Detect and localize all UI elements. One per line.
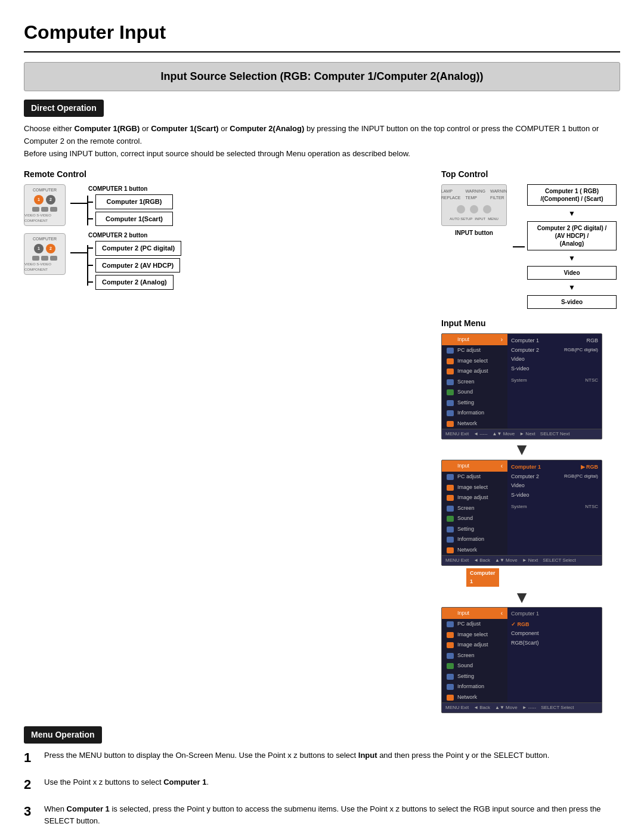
step-num-2: 2 bbox=[24, 776, 36, 794]
step-text-1: Press the MENU button to display the On-… bbox=[44, 750, 549, 762]
rc-box-comp2pc: Computer 2 (PC digital) bbox=[95, 241, 181, 256]
step-1: 1 Press the MENU button to display the O… bbox=[24, 750, 620, 767]
tc-box1: Computer 1 ( RGB) /(Component) / (Scart) bbox=[527, 184, 617, 206]
computer1-button-label: COMPUTER 1 button bbox=[88, 184, 173, 193]
rc-box-comp1scart: Computer 1(Scart) bbox=[95, 212, 173, 227]
remote-control-title: Remote Control bbox=[24, 168, 429, 181]
tc-box2: Computer 2 (PC digital) / (AV HDCP) / (A… bbox=[527, 221, 617, 250]
input-button-label: INPUT button bbox=[455, 228, 493, 237]
top-control-panel: LAMPREPLACE WARNINGTEMP WARNINFILTER AUT… bbox=[441, 184, 507, 226]
menu-operation-badge: Menu Operation bbox=[24, 726, 102, 744]
step-num-1: 1 bbox=[24, 750, 36, 767]
menu-item-input1: Input bbox=[457, 336, 469, 344]
computer2-button-label: COMPUTER 2 button bbox=[88, 231, 181, 240]
step-num-3: 3 bbox=[24, 803, 36, 820]
page-title: Computer Input bbox=[24, 18, 620, 52]
input-menu-title: Input Menu bbox=[441, 317, 620, 330]
menu2-footer: MENU Exit◄ Back▲▼ Move► NextSELECT Selec… bbox=[442, 555, 602, 565]
step-2: 2 Use the Point x z buttons to select Co… bbox=[24, 776, 620, 794]
direct-operation-badge: Direct Operation bbox=[24, 100, 104, 117]
menu-screenshot-3: Input ‹ PC adjust Image select Image adj… bbox=[441, 607, 602, 713]
remote-image-1: COMPUTER 1 2 VIDEO S-VIDEO COMPONENT bbox=[24, 184, 66, 226]
tc-arrow2: ▼ bbox=[527, 253, 617, 264]
remote-image-2: COMPUTER 1 2 VIDEO S-VIDEO COMPONENT bbox=[24, 233, 66, 275]
menu3-footer: MENU Exit◄ Back▲▼ Move► -----SELECT Sele… bbox=[442, 702, 602, 713]
menu3-right-panel: Computer 1 ✓ RGB Component RGB(Scart) bbox=[507, 608, 602, 702]
step-3: 3 When Computer 1 is selected, press the… bbox=[24, 803, 620, 828]
direct-operation-body: Choose either Computer 1(RGB) or Compute… bbox=[24, 123, 620, 160]
menu2-right-panel: Computer 1▶ RGB Computer 2RGB(PC digital… bbox=[507, 460, 602, 555]
step-text-3: When Computer 1 is selected, press the P… bbox=[44, 803, 620, 828]
rc-box-comp2analog: Computer 2 (Analog) bbox=[95, 275, 174, 290]
tc-box3: Video bbox=[527, 266, 617, 280]
tc-arrow3: ▼ bbox=[527, 282, 617, 293]
computer-label: Computer1 bbox=[466, 568, 499, 587]
menu1-right-panel: Computer 1RGB Computer 2RGB(PC digital) … bbox=[507, 334, 602, 429]
tc-arrow1: ▼ bbox=[527, 208, 617, 219]
section-title: Input Source Selection (RGB: Computer 1/… bbox=[24, 62, 620, 91]
tc-box4: S-video bbox=[527, 295, 617, 309]
menu-icon-input1 bbox=[447, 337, 454, 343]
rc-box-comp1rgb: Computer 1(RGB) bbox=[95, 194, 173, 209]
rc-box-comp2avhdcp: Computer 2 (AV HDCP) bbox=[95, 258, 180, 273]
menu-arrow-1: ▼ bbox=[441, 441, 602, 458]
menu-screenshot-1: Input › PC adjust Image select Image adj… bbox=[441, 333, 602, 439]
menu1-footer: MENU Exit◄ -----▲▼ Move► NextSELECT Next bbox=[442, 429, 602, 439]
menu-screenshot-2: Input ‹ PC adjust Image select Image adj… bbox=[441, 460, 602, 566]
step-text-2: Use the Point x z buttons to select Comp… bbox=[44, 776, 209, 789]
top-control-title: Top Control bbox=[441, 168, 620, 181]
menu-arrow-2: ▼ bbox=[441, 589, 602, 606]
